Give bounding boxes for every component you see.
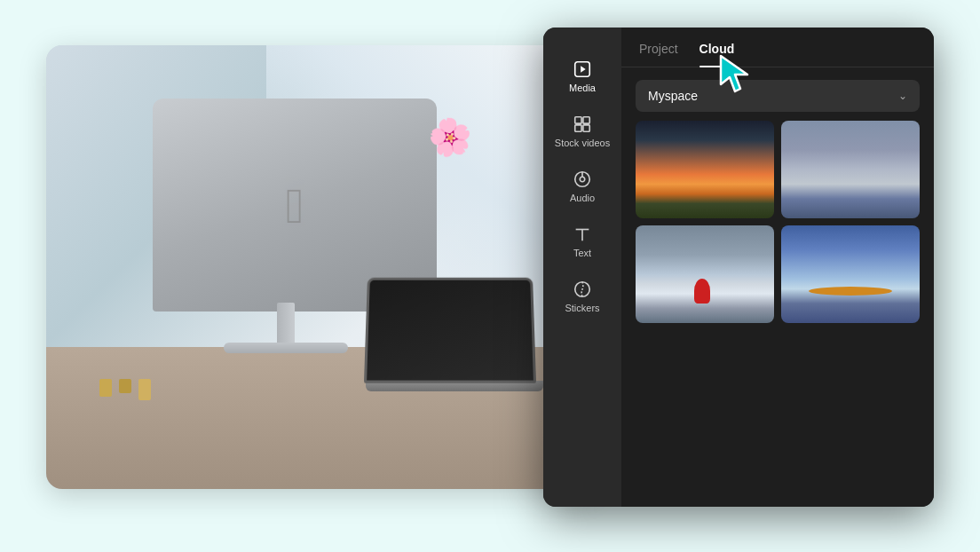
ui-panel: Media Stock videos	[543, 28, 934, 507]
audio-icon	[573, 170, 592, 189]
media-thumbnail-2[interactable]	[781, 121, 920, 218]
media-grid	[621, 121, 934, 337]
svg-rect-4	[575, 125, 581, 131]
desk-items	[99, 379, 151, 400]
sidebar-item-media[interactable]: Media	[543, 49, 621, 104]
sidebar-item-stock-videos[interactable]: Stock videos	[543, 104, 621, 159]
apple-logo-icon: 	[286, 177, 304, 234]
tabs-row: Project Cloud	[621, 28, 934, 67]
svg-rect-2	[575, 117, 581, 123]
chevron-down-icon: ⌄	[898, 90, 907, 102]
sidebar-item-stickers[interactable]: Stickers	[543, 269, 621, 324]
media-thumbnail-3[interactable]	[636, 225, 774, 323]
cloud-source-dropdown[interactable]: Myspace ⌄	[636, 80, 920, 112]
grid-icon	[573, 114, 592, 134]
imac-stand-neck	[277, 303, 295, 347]
sidebar-item-text[interactable]: Text	[543, 214, 621, 269]
scene-container:  🌸	[46, 28, 934, 524]
imac-stand-base	[224, 343, 348, 353]
tab-project[interactable]: Project	[639, 42, 678, 67]
laptop	[366, 276, 543, 400]
stickers-icon	[573, 280, 592, 299]
media-thumbnail-1[interactable]	[636, 121, 774, 218]
desk-block-3	[138, 379, 151, 400]
sidebar-label-audio: Audio	[570, 193, 595, 203]
play-square-icon	[573, 59, 592, 79]
text-icon	[573, 225, 592, 244]
desk-block-1	[99, 379, 112, 397]
content-area: Project Cloud Myspace ⌄	[621, 28, 934, 507]
sidebar-label-media: Media	[569, 83, 596, 93]
laptop-screen	[364, 278, 536, 383]
dropdown-value: Myspace	[648, 89, 698, 103]
sidebar-item-audio[interactable]: Audio	[543, 159, 621, 214]
sidebar-label-text: Text	[573, 248, 591, 258]
svg-marker-1	[581, 66, 586, 72]
sidebar: Media Stock videos	[543, 28, 621, 507]
imac-scene:  🌸	[46, 45, 597, 489]
svg-point-7	[580, 177, 585, 182]
media-thumbnail-4[interactable]	[781, 225, 920, 323]
svg-rect-5	[583, 125, 589, 131]
sidebar-label-stickers: Stickers	[565, 303, 599, 313]
desk-block-2	[119, 379, 131, 393]
svg-rect-3	[583, 117, 589, 123]
plant-decoration: 🌸	[424, 113, 475, 162]
sidebar-label-stock-videos: Stock videos	[555, 138, 610, 148]
background-photo-card:  🌸	[46, 45, 597, 489]
svg-marker-12	[721, 56, 747, 91]
photo-inner:  🌸	[46, 45, 597, 489]
